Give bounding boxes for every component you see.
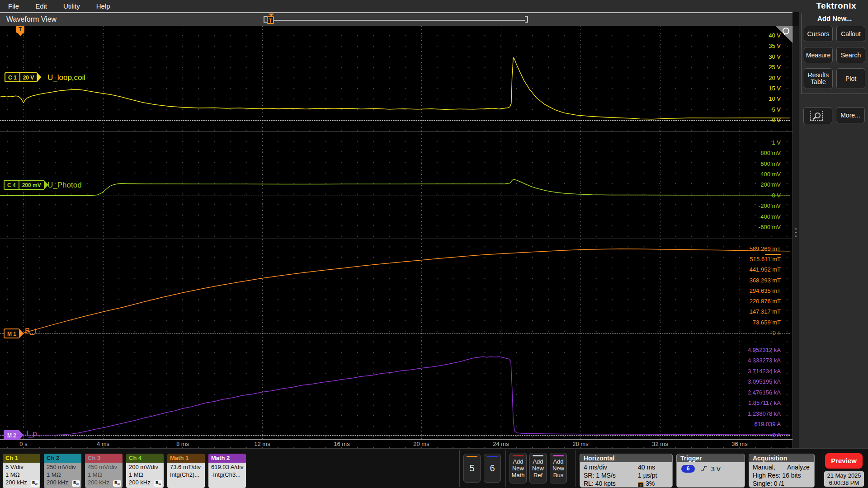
math1-badge[interactable]: Math 173.6 mT/divIntg(Ch2)... xyxy=(167,454,205,488)
trigger-panel[interactable]: Trigger 6 3 V xyxy=(676,454,745,488)
minimap-line xyxy=(267,20,525,21)
preview-button[interactable]: Preview xyxy=(825,453,863,469)
trigger-t-icon: T xyxy=(638,482,644,488)
menu-file[interactable]: File xyxy=(8,2,19,10)
m1-value-marker xyxy=(765,254,781,255)
oscilloscope-app: FileEditUtilityHelp Tektronix Waveform V… xyxy=(0,0,868,488)
trigger-flag-icon[interactable]: T xyxy=(16,26,24,33)
date-label: 21 May 2025 xyxy=(824,472,864,479)
add-new-buttons: CursorsCalloutMeasureSearchResults Table… xyxy=(802,26,868,89)
page-title: Waveform View xyxy=(6,15,57,23)
panel-splitter[interactable] xyxy=(793,26,799,448)
horizontal-panel[interactable]: Horizontal 4 ms/div 40 ms SR: 1 MS/s 1 µ… xyxy=(580,454,673,488)
waveform-plot[interactable]: 40 V35 V30 V25 V20 V15 V10 V5 V0 VC 120 … xyxy=(0,26,793,448)
plot-button[interactable]: Plot xyxy=(836,68,865,89)
datetime-display[interactable]: 21 May 2025 6:00:38 PM xyxy=(824,471,864,487)
acquisition-panel[interactable]: Acquisition Manual, Analyze High Res: 16… xyxy=(749,454,815,488)
acquisition-panel-title: Acquisition xyxy=(749,454,814,462)
menu-utility[interactable]: Utility xyxy=(63,2,80,10)
bandwidth-icon: Bw xyxy=(31,480,39,487)
trigger-position: T3% xyxy=(638,480,655,488)
ch2-badge[interactable]: Ch 2250 mV/div1 MΩ200 kHzBw xyxy=(44,454,81,488)
sample-interval: 1 µs/pt xyxy=(638,472,657,479)
waveform-view-titlebar: Waveform View T xyxy=(0,12,793,26)
divider xyxy=(459,450,460,487)
settings-bar: Ch 15 V/div1 MΩ200 kHzBwCh 2250 mV/div1 … xyxy=(0,448,868,488)
horizontal-panel-title: Horizontal xyxy=(580,454,672,462)
menu-help[interactable]: Help xyxy=(96,2,110,10)
tektronix-logo: Tektronix xyxy=(816,1,856,11)
sample-rate: SR: 1 MS/s xyxy=(584,472,616,479)
bandwidth-icon: Bw xyxy=(72,480,80,487)
divider xyxy=(822,450,822,487)
more-button[interactable]: More... xyxy=(836,107,865,123)
acquisition-resolution: High Res: 16 bits xyxy=(753,472,801,479)
trace-I_p xyxy=(0,357,790,435)
time-label: 6:00:38 PM xyxy=(824,479,864,487)
acquisition-analyze: Analyze xyxy=(787,464,810,471)
wave-button-5[interactable]: 5 xyxy=(463,454,481,483)
trigger-level: 3 V xyxy=(711,465,721,473)
measure-button[interactable]: Measure xyxy=(804,47,833,63)
trigger-panel-title: Trigger xyxy=(677,454,745,462)
horizontal-scale: 4 ms/div xyxy=(584,464,607,471)
add-new-bus-button[interactable]: Add New Bus xyxy=(550,453,567,483)
rising-edge-icon xyxy=(700,465,708,472)
add-new-header: Add New... xyxy=(802,14,868,22)
callout-button[interactable]: Callout xyxy=(836,26,865,42)
bandwidth-icon: Bw xyxy=(113,480,121,487)
waveform-traces xyxy=(0,26,793,448)
ch1-badge[interactable]: Ch 15 V/div1 MΩ200 kHzBw xyxy=(3,454,40,488)
menu-items: FileEditUtilityHelp xyxy=(8,0,110,12)
minimap-right-bracket[interactable] xyxy=(525,16,528,23)
add-new-math-button[interactable]: Add New Math xyxy=(509,453,527,483)
menu-edit[interactable]: Edit xyxy=(35,2,47,10)
minimap-trigger-icon[interactable]: T xyxy=(267,16,274,24)
wave-button-6[interactable]: 6 xyxy=(484,454,501,483)
trigger-source-badge: 6 xyxy=(681,465,695,473)
divider xyxy=(575,450,576,487)
trace-U_loop_coil xyxy=(0,58,790,119)
divider xyxy=(505,450,506,487)
acquisition-mode: Manual, xyxy=(753,464,775,471)
trace-U_Photod xyxy=(0,179,790,196)
math2-badge[interactable]: Math 2619.03 A/div-Intg(Ch3... xyxy=(208,454,246,488)
results-table-button[interactable]: Results Table xyxy=(804,68,833,89)
menu-bar: FileEditUtilityHelp Tektronix xyxy=(0,0,868,12)
bandwidth-icon: Bw xyxy=(154,480,162,487)
right-panel: Add New... CursorsCalloutMeasureSearchRe… xyxy=(799,12,868,448)
horizontal-window: 40 ms xyxy=(638,464,655,471)
add-new-section: Add New... CursorsCalloutMeasureSearchRe… xyxy=(801,14,868,94)
area-zoom-button[interactable] xyxy=(803,107,832,124)
cursors-button[interactable]: Cursors xyxy=(804,26,833,42)
search-button[interactable]: Search xyxy=(836,47,865,63)
minimap-left-bracket[interactable] xyxy=(264,16,267,23)
record-length: RL: 40 kpts xyxy=(584,480,616,487)
add-new-ref-button[interactable]: Add New Ref xyxy=(529,453,547,483)
ch3-badge[interactable]: Ch 3450 mV/div1 MΩ200 kHzBw xyxy=(85,454,123,488)
ch4-badge[interactable]: Ch 4200 mV/div1 MΩ200 kHzBw xyxy=(126,454,164,488)
trace-B_t xyxy=(24,249,790,333)
acquisition-single: Single: 0 /1 xyxy=(753,480,784,487)
